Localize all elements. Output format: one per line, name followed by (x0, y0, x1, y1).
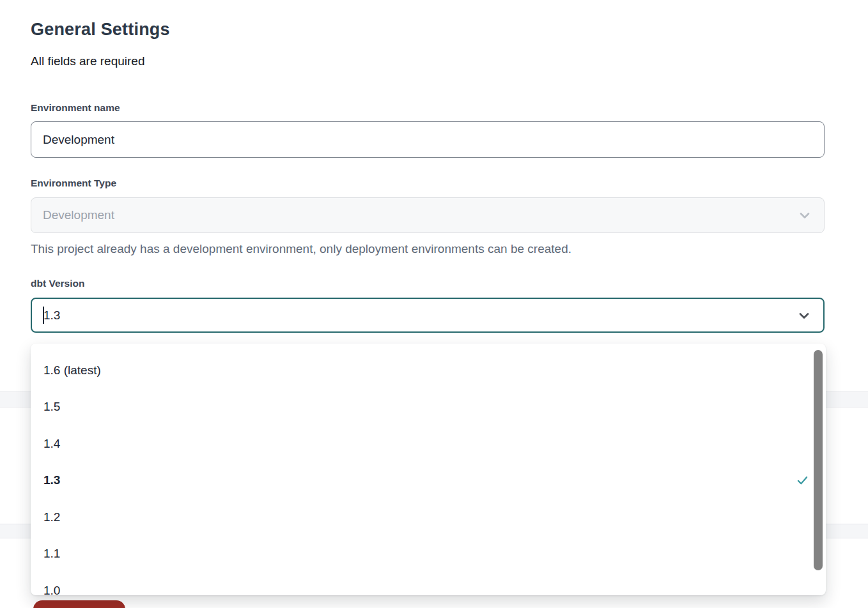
option-label: 1.0 (43, 584, 60, 595)
dropdown-option[interactable]: 1.1 (31, 536, 826, 573)
dropdown-option[interactable]: 1.4 (31, 425, 826, 462)
option-label: 1.2 (43, 510, 60, 524)
dropdown-option[interactable]: 1.0 (31, 572, 826, 595)
chevron-down-icon (796, 308, 812, 323)
option-label: 1.4 (43, 437, 60, 451)
environment-name-input[interactable] (31, 121, 825, 158)
environment-name-label: Environment name (31, 102, 120, 114)
option-label: 1.3 (43, 473, 60, 487)
dbt-version-label: dbt Version (31, 278, 84, 289)
dbt-version-value: 1.3 (43, 308, 60, 323)
dropdown-option[interactable]: 1.2 (31, 499, 826, 536)
dbt-version-combobox[interactable]: 1.3 (31, 298, 825, 333)
page-subtitle: All fields are required (31, 54, 144, 68)
page-title: General Settings (31, 20, 170, 40)
dbt-version-option-list: 1.6 (latest) 1.5 1.4 1.3 1.2 1.1 1.0 (31, 344, 826, 595)
dropdown-option[interactable]: 1.5 (31, 389, 826, 426)
environment-type-helper: This project already has a development e… (31, 242, 734, 256)
check-icon (796, 474, 809, 487)
environment-settings-page: General Settings All fields are required… (0, 0, 868, 608)
chevron-down-icon (797, 208, 812, 223)
option-label: 1.1 (43, 547, 60, 561)
environment-type-label: Environment Type (31, 178, 116, 189)
dbt-version-dropdown: 1.6 (latest) 1.5 1.4 1.3 1.2 1.1 1.0 (31, 344, 826, 595)
delete-button-partial[interactable] (33, 600, 125, 608)
dropdown-option[interactable]: 1.6 (latest) (31, 352, 826, 389)
dropdown-scrollbar-thumb[interactable] (814, 350, 823, 570)
environment-type-value: Development (43, 208, 114, 222)
option-label: 1.6 (latest) (43, 363, 101, 377)
dropdown-option-selected[interactable]: 1.3 (31, 462, 826, 499)
environment-type-select: Development (31, 197, 825, 233)
option-label: 1.5 (43, 400, 60, 414)
